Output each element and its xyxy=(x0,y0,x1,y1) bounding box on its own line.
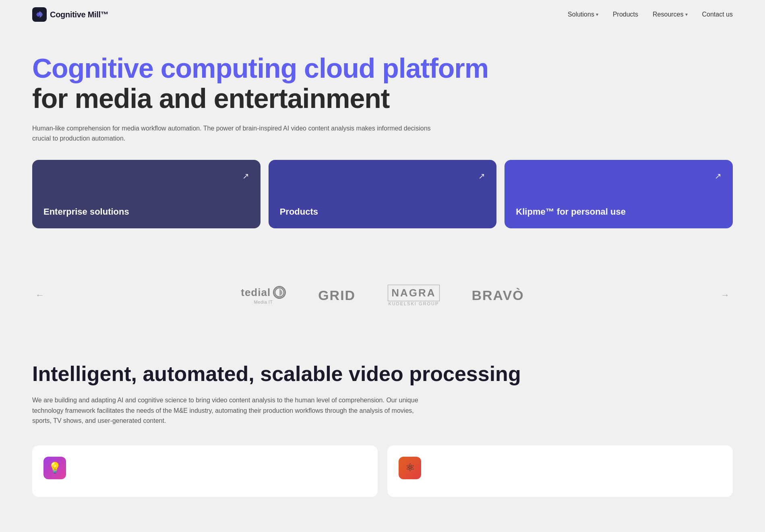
nav-products-label: Products xyxy=(613,11,638,18)
card-products-label: Products xyxy=(280,207,486,217)
video-section-description: We are building and adapting AI and cogn… xyxy=(32,395,431,426)
nav-products[interactable]: Products xyxy=(613,11,638,18)
tedial-text: tedial xyxy=(241,286,271,299)
logo-icon xyxy=(32,7,47,22)
nav-contact-label: Contact us xyxy=(702,11,733,18)
nav-solutions-label: Solutions xyxy=(568,11,594,18)
hero-title-dark: for media and entertainment xyxy=(32,83,733,114)
card-enterprise-label: Enterprise solutions xyxy=(43,207,249,217)
logo-bravo: BRAVÒ xyxy=(472,288,524,303)
tedial-circle-icon xyxy=(273,286,286,299)
hero-description: Human-like comprehension for media workf… xyxy=(32,123,435,144)
logo-tedial: tedial Media IT xyxy=(241,286,286,304)
card-klipme-arrow: ↗ xyxy=(715,171,722,181)
video-section-title: Intelligent, automated, scalable video p… xyxy=(32,362,733,385)
feature-cards: 💡 ⚛ xyxy=(32,445,733,497)
logo-carousel: ← tedial Media IT GRID NAGRA xyxy=(0,269,765,322)
logo[interactable]: Cognitive Mill™ xyxy=(32,7,109,22)
card-products[interactable]: ↗ Products xyxy=(269,160,497,228)
nav-resources-label: Resources xyxy=(653,11,683,18)
atom-icon: ⚛ xyxy=(399,457,421,479)
carousel-logos-container: tedial Media IT GRID NAGRA KUDELSKI GROU… xyxy=(72,285,693,306)
carousel-next-button[interactable]: → xyxy=(717,287,733,304)
tedial-sub: Media IT xyxy=(254,300,273,304)
logo-nagra: NAGRA KUDELSKI GROUP xyxy=(388,285,439,306)
nav-solutions[interactable]: Solutions ▾ xyxy=(568,11,598,18)
card-klipme[interactable]: ↗ Klipme™ for personal use xyxy=(504,160,733,228)
feature-card-2: ⚛ xyxy=(387,445,733,497)
feature-card-1: 💡 xyxy=(32,445,378,497)
logo-grid: GRID xyxy=(318,288,356,303)
solutions-chevron-icon: ▾ xyxy=(596,12,598,17)
hero-title-blue: Cognitive computing cloud platform xyxy=(32,53,733,83)
nagra-sub: KUDELSKI GROUP xyxy=(388,301,439,306)
hero-section: Cognitive computing cloud platform for m… xyxy=(0,29,765,269)
card-enterprise[interactable]: ↗ Enterprise solutions xyxy=(32,160,261,228)
nagra-text: NAGRA xyxy=(391,287,436,299)
resources-chevron-icon: ▾ xyxy=(685,12,688,17)
bravo-text: BRAVÒ xyxy=(472,288,524,303)
nav-contact[interactable]: Contact us xyxy=(702,11,733,18)
grid-text: GRID xyxy=(318,288,356,303)
bulb-symbol: 💡 xyxy=(48,462,61,474)
card-enterprise-arrow: ↗ xyxy=(242,171,249,181)
nav-resources[interactable]: Resources ▾ xyxy=(653,11,687,18)
main-nav: Solutions ▾ Products Resources ▾ Contact… xyxy=(568,11,733,18)
nagra-box: NAGRA xyxy=(388,285,439,301)
site-header: Cognitive Mill™ Solutions ▾ Products Res… xyxy=(0,0,765,29)
logo-text: Cognitive Mill™ xyxy=(50,10,109,19)
hero-cards: ↗ Enterprise solutions ↗ Products ↗ Klip… xyxy=(32,160,733,228)
card-products-arrow: ↗ xyxy=(478,171,485,181)
bulb-icon: 💡 xyxy=(43,457,66,479)
card-klipme-label: Klipme™ for personal use xyxy=(516,207,722,217)
carousel-prev-button[interactable]: ← xyxy=(32,287,48,304)
atom-symbol: ⚛ xyxy=(405,462,415,474)
video-processing-section: Intelligent, automated, scalable video p… xyxy=(0,338,765,521)
